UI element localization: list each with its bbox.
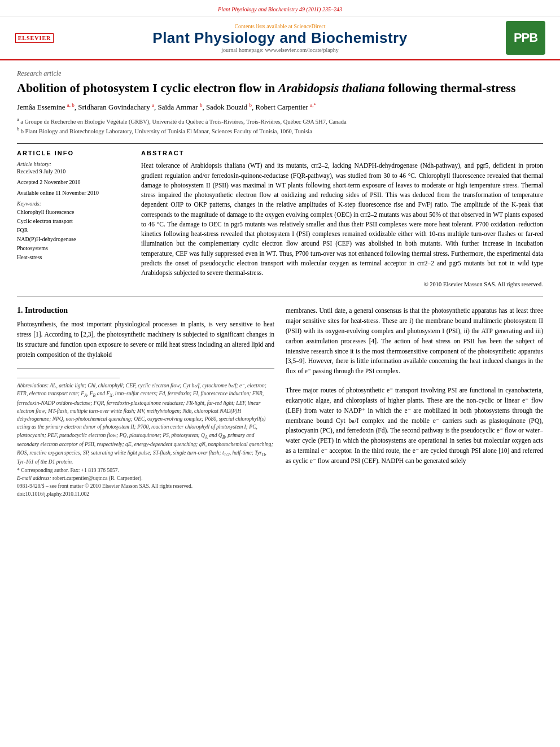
article-title-part2: following thermal-stress bbox=[385, 81, 516, 95]
journal-citation: Plant Physiology and Biochemistry 49 (20… bbox=[218, 6, 342, 12]
introduction-section: 1. Introduction Photosynthesis, the most… bbox=[17, 306, 543, 498]
abstract-text: Heat tolerance of Arabidopsis thaliana (… bbox=[141, 161, 543, 278]
intro-heading: 1. Introduction bbox=[17, 306, 274, 315]
info-abstract-section: ARTICLE INFO Article history: Received 9… bbox=[17, 143, 543, 287]
journal-title-area: Contents lists available at ScienceDirec… bbox=[65, 23, 495, 53]
keyword-6: Heat-stress bbox=[17, 253, 130, 262]
keyword-2: Cyclic electron transport bbox=[17, 217, 130, 226]
authors-line: Jemâa Essemine a, b, Sridharan Govindach… bbox=[17, 102, 543, 112]
accepted-date: Accepted 2 November 2010 bbox=[17, 179, 130, 185]
intro-right-col: membranes. Until date, a general consens… bbox=[286, 306, 543, 498]
affiliation-a: a a Groupe de Recherche en Biologie Végé… bbox=[17, 116, 543, 126]
email-note: E-mail address: robert.carpentier@uqtr.c… bbox=[17, 474, 274, 482]
footnotes-area: Abbreviations: AL, actinic light; Chl, c… bbox=[17, 368, 274, 499]
journal-header: Plant Physiology and Biochemistry 49 (20… bbox=[0, 0, 560, 16]
keyword-5: Photosystems bbox=[17, 244, 130, 253]
affiliations: a a Groupe de Recherche en Biologie Végé… bbox=[17, 116, 543, 136]
available-date: Available online 11 November 2010 bbox=[17, 190, 130, 196]
article-type: Research article bbox=[17, 69, 543, 78]
article-info-panel: ARTICLE INFO Article history: Received 9… bbox=[17, 150, 130, 287]
elsevier-logo-area: ELSEVIER bbox=[9, 33, 60, 43]
keyword-1: Chlorophyll fluorescence bbox=[17, 208, 130, 217]
section-divider bbox=[17, 296, 543, 297]
keyword-4: NAD(P)H-dehydrogenase bbox=[17, 235, 130, 244]
intro-left-text: Photosynthesis, the most important physi… bbox=[17, 320, 274, 360]
abstract-panel: ABSTRACT Heat tolerance of Arabidopsis t… bbox=[141, 150, 543, 287]
keywords-label: Keywords: bbox=[17, 200, 130, 207]
doi-line: doi:10.1016/j.plaphy.2010.11.002 bbox=[17, 490, 274, 498]
elsevier-logo: ELSEVIER bbox=[15, 33, 54, 43]
keyword-3: FQR bbox=[17, 226, 130, 235]
journal-banner: ELSEVIER Contents lists available at Sci… bbox=[0, 16, 560, 60]
article-info-heading: ARTICLE INFO bbox=[17, 150, 130, 156]
received-date: Received 9 July 2010 bbox=[17, 168, 130, 174]
abbreviations-text: Abbreviations: AL, actinic light; Chl, c… bbox=[17, 382, 274, 466]
ppb-logo: PPB bbox=[506, 21, 545, 55]
sciencedirect-link[interactable]: Contents lists available at ScienceDirec… bbox=[65, 23, 495, 29]
journal-title: Plant Physiology and Biochemistry bbox=[65, 29, 495, 47]
history-label: Article history: bbox=[17, 161, 130, 167]
intro-right-text-2: Three major routes of photosynthetic e⁻ … bbox=[286, 386, 543, 466]
intro-left-col: 1. Introduction Photosynthesis, the most… bbox=[17, 306, 274, 498]
issn-line: 0981-9428/$ – see front matter © 2010 El… bbox=[17, 482, 274, 490]
article-title-italic: Arabidopsis thaliana bbox=[278, 81, 385, 95]
footnote-separator bbox=[17, 378, 120, 378]
keywords-list: Chlorophyll fluorescence Cyclic electron… bbox=[17, 208, 130, 262]
corresponding-author-note: * Corresponding author. Fax: +1 819 376 … bbox=[17, 466, 274, 474]
main-content: Research article Abolition of photosyste… bbox=[0, 60, 560, 510]
article-title-part1: Abolition of photosystem I cyclic electr… bbox=[17, 81, 278, 95]
journal-homepage: journal homepage: www.elsevier.com/locat… bbox=[65, 47, 495, 53]
article-title: Abolition of photosystem I cyclic electr… bbox=[17, 80, 543, 97]
ppb-logo-area: PPB bbox=[500, 21, 551, 55]
abstract-heading: ABSTRACT bbox=[141, 150, 543, 156]
intro-right-text: membranes. Until date, a general consens… bbox=[286, 306, 543, 377]
abstract-copyright: © 2010 Elsevier Masson SAS. All rights r… bbox=[141, 281, 543, 287]
affiliation-b: b b Plant Biology and Biotechnology Labo… bbox=[17, 126, 543, 136]
